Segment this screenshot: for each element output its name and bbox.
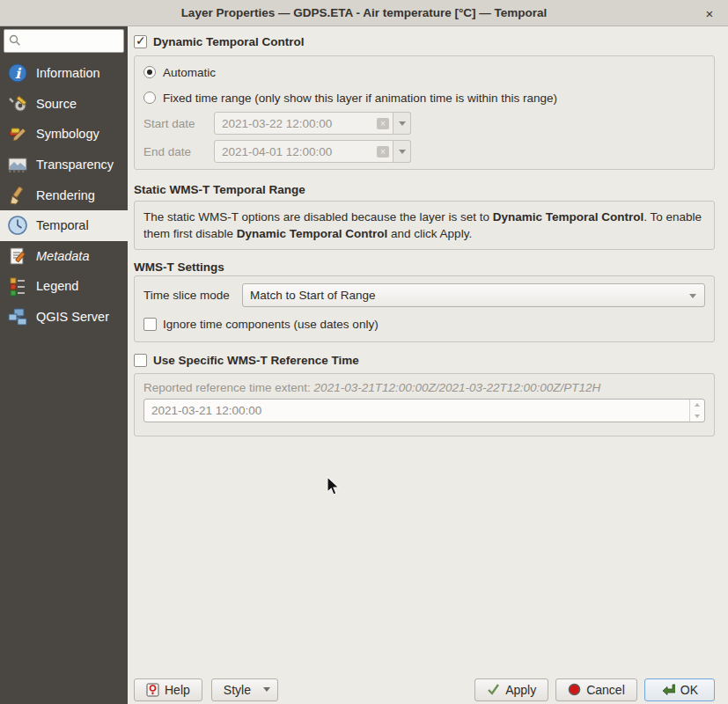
dialog-button-bar: Help Style Apply Cancel [134, 678, 715, 701]
time-slice-combobox[interactable]: Match to Start of Range [242, 283, 705, 307]
sidebar-item-metadata[interactable]: Metadata [0, 241, 128, 272]
layer-properties-dialog: Layer Properties — GDPS.ETA - Air temper… [0, 0, 728, 704]
temporal-icon [7, 215, 28, 236]
help-button-label: Help [165, 683, 190, 697]
sidebar-item-label: Source [36, 97, 77, 111]
end-date-value: 2021-04-01 12:00:00 [222, 145, 332, 158]
help-button[interactable]: Help [134, 678, 202, 701]
sidebar-item-symbology[interactable]: Symbology [0, 119, 128, 150]
info-icon: i [7, 62, 28, 84]
sidebar: i Information Source Sym [0, 26, 128, 704]
reference-datetime-input[interactable]: 2021-03-21 12:00:00 [143, 399, 705, 422]
sidebar-item-temporal[interactable]: Temporal [0, 210, 128, 241]
wmst-settings-groupbox: Time slice mode Match to Start of Range … [134, 275, 715, 342]
sidebar-item-label: Legend [36, 279, 78, 293]
search-input[interactable] [4, 29, 124, 53]
sidebar-item-label: Transparency [36, 158, 114, 172]
note-bold: Dynamic Temporal Control [237, 227, 388, 240]
spin-up-button[interactable] [690, 400, 704, 411]
time-slice-row: Time slice mode Match to Start of Range [143, 283, 705, 307]
ignore-time-label: Ignore time components (use dates only) [163, 318, 379, 331]
reference-time-groupbox: Reported reference time extent: 2021-03-… [134, 373, 715, 436]
note-bold: Dynamic Temporal Control [493, 210, 644, 224]
spinner-buttons[interactable] [689, 400, 704, 422]
start-date-label: Start date [143, 117, 214, 130]
dialog-title: Layer Properties — GDPS.ETA - Air temper… [181, 6, 548, 19]
dynamic-temporal-control-checkbox[interactable] [134, 35, 147, 48]
search-icon [9, 34, 21, 47]
symbology-icon [7, 123, 28, 144]
chevron-down-icon [399, 121, 406, 126]
time-slice-label: Time slice mode [143, 289, 242, 302]
fixed-time-range-label: Fixed time range (only show this layer i… [163, 92, 557, 105]
sidebar-item-information[interactable]: i Information [0, 58, 128, 89]
start-date-input[interactable]: 2021-03-22 12:00:00 × [214, 112, 393, 135]
help-icon [146, 683, 159, 697]
end-date-row: End date 2021-04-01 12:00:00 × [143, 140, 705, 163]
sidebar-item-transparency[interactable]: Transparency [0, 150, 128, 180]
ignore-time-row: Ignore time components (use dates only) [143, 317, 705, 332]
sidebar-item-label: Temporal [36, 218, 89, 232]
start-date-row: Start date 2021-03-22 12:00:00 × [143, 112, 705, 135]
sidebar-item-label: Metadata [36, 249, 89, 263]
automatic-radio[interactable] [143, 66, 156, 78]
start-date-dropdown-button[interactable] [393, 112, 411, 135]
qgis-server-icon [7, 306, 28, 327]
style-button[interactable]: Style [211, 678, 278, 701]
dynamic-temporal-control-label: Dynamic Temporal Control [153, 35, 305, 48]
fixed-time-range-row: Fixed time range (only show this layer i… [143, 89, 705, 106]
sidebar-item-qgis-server[interactable]: QGIS Server [0, 302, 128, 333]
apply-button-label: Apply [505, 683, 536, 697]
dynamic-temporal-groupbox: Automatic Fixed time range (only show th… [134, 55, 715, 170]
ok-arrow-icon [661, 683, 675, 696]
reported-extent-value: 2021-03-21T12:00:00Z/2021-03-22T12:00:00… [314, 381, 601, 394]
automatic-label: Automatic [163, 66, 216, 79]
reference-time-label: Use Specific WMS-T Reference Time [153, 354, 359, 367]
apply-button[interactable]: Apply [474, 678, 548, 701]
cancel-button-label: Cancel [586, 683, 625, 697]
reference-datetime-value: 2021-03-21 12:00:00 [151, 404, 261, 417]
end-date-label: End date [143, 145, 214, 158]
ok-button[interactable]: OK [644, 678, 715, 701]
end-date-input[interactable]: 2021-04-01 12:00:00 × [214, 140, 393, 163]
chevron-down-icon [263, 687, 270, 692]
note-text: The static WMS-T options are disabled be… [143, 210, 493, 224]
source-icon [7, 93, 28, 114]
cancel-button[interactable]: Cancel [555, 678, 637, 701]
sidebar-item-label: Symbology [36, 127, 99, 141]
dynamic-temporal-control-row: Dynamic Temporal Control [134, 34, 715, 49]
temporal-panel: Dynamic Temporal Control Automatic Fixed… [128, 26, 728, 704]
static-wmst-note: The static WMS-T options are disabled be… [134, 201, 715, 250]
close-icon[interactable]: × [700, 0, 719, 26]
reference-time-row: Use Specific WMS-T Reference Time [134, 353, 715, 368]
transparency-icon [7, 154, 28, 175]
static-wmst-heading: Static WMS-T Temporal Range [134, 183, 715, 196]
reported-extent: Reported reference time extent: 2021-03-… [143, 381, 705, 394]
reported-extent-label: Reported reference time extent: [143, 381, 314, 394]
ok-button-label: OK [680, 683, 698, 697]
sidebar-item-label: QGIS Server [36, 310, 109, 324]
wmst-settings-heading: WMS-T Settings [134, 260, 715, 274]
reference-time-checkbox[interactable] [134, 354, 147, 367]
footer-right-group: Apply Cancel OK [474, 678, 715, 701]
ignore-time-checkbox[interactable] [143, 318, 157, 331]
legend-icon [7, 275, 28, 297]
clear-icon[interactable]: × [377, 146, 389, 158]
sidebar-item-source[interactable]: Source [0, 89, 128, 120]
clear-icon[interactable]: × [377, 118, 389, 129]
sidebar-item-label: Information [36, 66, 100, 80]
fixed-time-range-radio[interactable] [143, 92, 156, 104]
check-icon [487, 683, 500, 696]
sidebar-nav: i Information Source Sym [0, 58, 128, 332]
rendering-icon [7, 185, 28, 206]
spin-down-button[interactable] [690, 411, 704, 422]
start-date-value: 2021-03-22 12:00:00 [222, 117, 332, 130]
sidebar-item-legend[interactable]: Legend [0, 271, 128, 302]
chevron-up-icon [695, 403, 700, 407]
sidebar-item-rendering[interactable]: Rendering [0, 180, 128, 210]
chevron-down-icon [695, 414, 700, 418]
titlebar[interactable]: Layer Properties — GDPS.ETA - Air temper… [0, 0, 728, 26]
style-button-label: Style [224, 683, 251, 697]
chevron-down-icon [399, 150, 406, 154]
end-date-dropdown-button[interactable] [393, 140, 411, 163]
